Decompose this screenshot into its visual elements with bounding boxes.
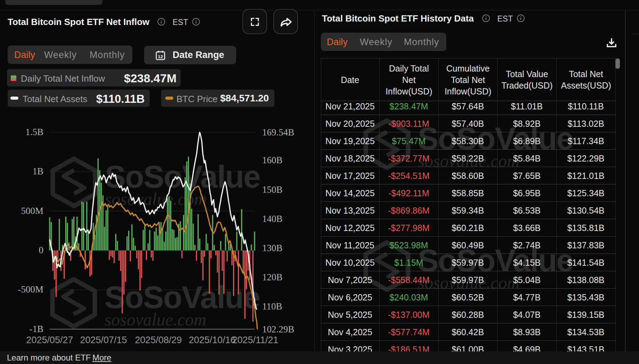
svg-text:169.54B: 169.54B [262, 127, 294, 138]
svg-text:2025/11/21: 2025/11/21 [232, 335, 278, 345]
svg-text:SoSoValue: SoSoValue [105, 280, 260, 315]
svg-text:160B: 160B [262, 155, 283, 165]
svg-text:140B: 140B [262, 214, 283, 224]
svg-text:2025/10/16: 2025/10/16 [189, 335, 235, 345]
svg-text:2025/05/27: 2025/05/27 [26, 335, 73, 345]
svg-text:sosovalue.com: sosovalue.com [105, 310, 206, 329]
svg-text:2025/07/15: 2025/07/15 [80, 335, 127, 345]
svg-text:0: 0 [39, 245, 44, 255]
svg-text:110B: 110B [262, 301, 282, 312]
svg-text:-500M: -500M [18, 284, 44, 295]
svg-text:150B: 150B [262, 184, 283, 195]
svg-text:500M: 500M [21, 206, 43, 216]
svg-text:12: 12 [158, 54, 163, 59]
svg-text:102.29B: 102.29B [262, 324, 294, 334]
svg-text:130B: 130B [262, 243, 283, 253]
svg-text:2025/08/29: 2025/08/29 [135, 335, 182, 345]
svg-text:1B: 1B [32, 166, 43, 176]
svg-text:-1B: -1B [30, 324, 44, 334]
svg-text:1.5B: 1.5B [25, 127, 43, 137]
svg-text:120B: 120B [262, 272, 283, 282]
